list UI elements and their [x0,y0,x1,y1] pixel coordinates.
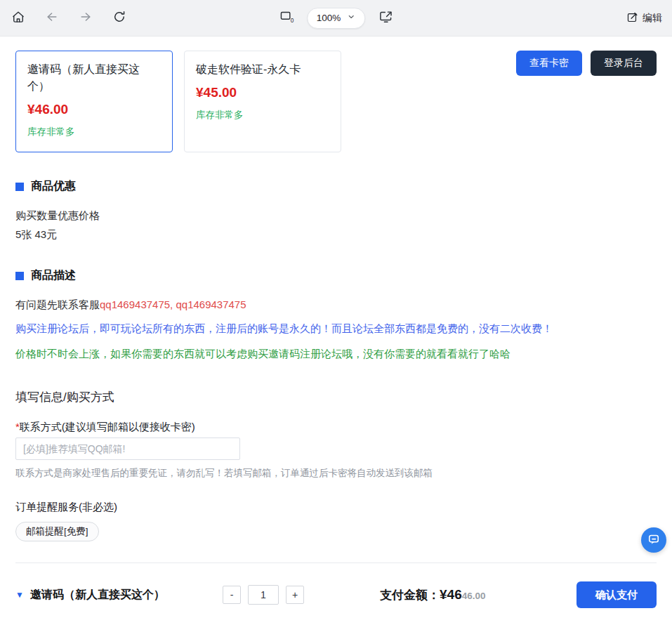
promo-section-heading: 商品优惠 [15,179,657,194]
blue-square-bullet-icon [15,272,24,280]
top-action-buttons: 查看卡密 登录后台 [516,51,657,76]
chat-fab-button[interactable] [641,527,666,553]
payment-amount-decimal: 46.00 [462,591,486,601]
blue-square-bullet-icon [15,183,24,191]
admin-login-button[interactable]: 登录后台 [591,51,657,76]
chat-bubble-icon [647,532,661,548]
remind-service-heading: 订单提醒服务(非必选) [15,501,657,514]
browser-toolbar: 0 100% [0,0,672,37]
quantity-minus-button[interactable]: - [223,586,241,604]
description-line-green: 价格时不时会上涨，如果你需要的东西就可以考虑购买邀请码注册论坛哦，没有你需要的就… [15,348,657,361]
device-preview-button[interactable]: 0 [277,8,296,28]
contact-prefix-text: 有问题先联系客服 [15,298,100,310]
svg-text:0: 0 [290,18,294,24]
promo-line-1: 购买数量优惠价格 [15,209,657,223]
product-card-invite-code[interactable]: 邀请码（新人直接买这个） ¥46.00 库存非常多 [15,51,173,152]
description-contact-line: 有问题先联系客服qq1469437475, qq1469437475 [15,298,657,312]
edit-button[interactable]: 编辑 [626,11,662,25]
payment-amount-label: 支付金额： [380,587,440,603]
email-remind-chip[interactable]: 邮箱提醒[免费] [15,522,99,541]
refresh-button[interactable] [111,8,128,27]
promo-heading-text: 商品优惠 [31,179,76,194]
product-card-list: 邀请码（新人直接买这个） ¥46.00 库存非常多 破走软件验证-永久卡 ¥45… [15,51,341,152]
dropdown-triangle-icon: ▼ [15,590,24,600]
arrow-left-icon [45,10,59,26]
toolbar-zoom-group: 0 100% [277,8,395,29]
product-card-software-verify[interactable]: 破走软件验证-永久卡 ¥45.00 库存非常多 [184,51,341,152]
contact-help-text: 联系方式是商家处理售后的重要凭证，请勿乱写！若填写邮箱，订单通过后卡密将自动发送… [15,467,657,480]
checkout-bar: ▼ 邀请码（新人直接买这个） - + 支付金额： ¥46 46.00 确认支付 [15,581,657,608]
refresh-icon [112,10,126,26]
selected-product-dropdown[interactable]: ▼ 邀请码（新人直接买这个） [15,588,223,603]
product-price: ¥45.00 [196,85,329,100]
forward-button[interactable] [77,8,94,27]
home-button[interactable] [10,8,27,27]
description-line-blue: 购买注册论坛后，即可玩论坛所有的东西，注册后的账号是永久的！而且论坛全部东西都是… [15,322,657,336]
contact-field-label: *联系方式(建议填写邮箱以便接收卡密) [15,421,657,434]
arrow-right-icon [79,10,93,26]
back-button[interactable] [44,8,60,27]
payment-amount: 支付金额： ¥46 46.00 [380,587,486,603]
toolbar-nav-group [10,8,128,27]
contact-label-text: 联系方式(建议填写邮箱以便接收卡密) [20,421,195,433]
quantity-plus-button[interactable]: + [286,586,304,604]
product-price: ¥46.00 [27,102,161,117]
checkout-divider [15,562,657,563]
chevron-down-icon [347,13,355,23]
main-content: 邀请码（新人直接买这个） ¥46.00 库存非常多 破走软件验证-永久卡 ¥45… [0,51,672,608]
payment-amount-value: ¥46 [440,587,462,603]
view-cards-button[interactable]: 查看卡密 [516,51,582,76]
contact-input[interactable] [15,438,240,460]
open-external-button[interactable] [376,8,395,28]
quantity-input[interactable] [248,585,279,605]
selected-product-name: 邀请码（新人直接买这个） [30,588,165,603]
promo-line-2: 5张 43元 [15,228,657,242]
confirm-pay-button[interactable]: 确认支付 [577,581,657,608]
edit-pencil-icon [626,11,638,25]
form-section-title: 填写信息/购买方式 [15,389,657,405]
home-icon [11,10,25,26]
device-preview-icon: 0 [279,9,294,27]
product-title: 破走软件验证-永久卡 [196,61,329,78]
product-stock-status: 库存非常多 [196,109,329,121]
quantity-stepper: - + [223,585,304,605]
monitor-external-icon [378,9,393,27]
zoom-level-value: 100% [317,13,341,23]
top-row: 邀请码（新人直接买这个） ¥46.00 库存非常多 破走软件验证-永久卡 ¥45… [15,51,657,152]
contact-qq-numbers: qq1469437475, qq1469437475 [100,298,246,310]
product-stock-status: 库存非常多 [27,126,161,138]
product-title: 邀请码（新人直接买这个） [27,61,161,95]
zoom-level-dropdown[interactable]: 100% [307,8,366,29]
description-heading-text: 商品描述 [31,268,76,283]
edit-label: 编辑 [643,12,662,25]
description-section-heading: 商品描述 [15,268,657,283]
